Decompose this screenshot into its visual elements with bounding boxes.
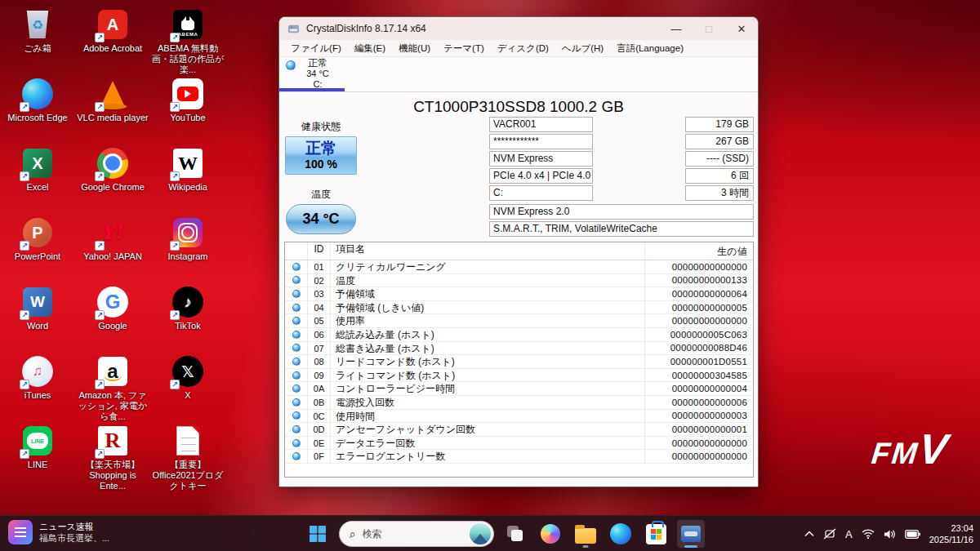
store-icon [646, 524, 666, 544]
smart-raw: 00000000000005 [645, 301, 753, 314]
desktop-icon-excel[interactable]: X↗ Excel [0, 147, 75, 216]
field-value: PCIe 4.0 x4 | PCIe 4.0 x4 [489, 168, 593, 184]
desktop-icon-chrome[interactable]: ↗ Google Chrome [75, 147, 150, 216]
desktop-icon-powerpoint[interactable]: P↗ PowerPoint [0, 216, 75, 286]
table-row[interactable]: 05使用率00000000000000 [285, 314, 753, 328]
desktop-icon-itunes[interactable]: ♫↗ iTunes [0, 355, 75, 424]
smart-id: 0A [308, 382, 331, 395]
smart-id: 0C [308, 410, 331, 423]
copilot-icon [541, 524, 560, 544]
table-row[interactable]: 0B電源投入回数00000000000006 [285, 396, 753, 410]
shortcut-arrow-icon: ↗ [95, 449, 105, 459]
field-value: 6 回 [685, 168, 754, 184]
table-row[interactable]: 06総読み込み量 (ホスト)0000000005C063 [285, 328, 753, 342]
tray-chevron-up-icon[interactable] [804, 531, 814, 537]
close-button[interactable]: ✕ [725, 17, 758, 40]
shortcut-arrow-icon: ↗ [20, 241, 29, 251]
desktop-icon-line[interactable]: LINE↗ LINE [0, 424, 75, 494]
status-orb-icon [292, 384, 301, 393]
desktop-icon-yahoo[interactable]: Y!↗ Yahoo! JAPAN [75, 216, 150, 286]
menu-edit[interactable]: 編集(E) [348, 40, 392, 56]
desktop-icon-rakuten[interactable]: R↗ 【楽天市場】Shopping is Ente... [75, 424, 150, 494]
file-explorer-button[interactable] [572, 520, 599, 548]
minimize-button[interactable]: — [660, 17, 693, 40]
table-row[interactable]: 0Dアンセーフシャットダウン回数00000000000001 [285, 423, 753, 437]
edge-taskbar-button[interactable] [607, 520, 635, 548]
desktop-icon-edge[interactable]: ↗ Microsoft Edge [0, 78, 75, 147]
menu-disk[interactable]: ディスク(D) [491, 40, 555, 56]
table-row[interactable]: 0Eデータエラー回数00000000000000 [285, 437, 753, 451]
table-row[interactable]: 03予備領域00000000000064 [285, 287, 753, 301]
smart-name: 予備領域 [331, 287, 645, 300]
status-orb-icon [292, 411, 301, 420]
ime-mode-indicator[interactable]: A [845, 528, 853, 540]
menu-theme[interactable]: テーマ(T) [437, 40, 491, 56]
desktop-icon-wikipedia[interactable]: W↗ Wikipedia [150, 147, 225, 216]
table-row[interactable]: 04予備領域 (しきい値)00000000000005 [285, 301, 753, 315]
window-titlebar[interactable]: CrystalDiskInfo 8.17.14 x64 — □ ✕ [279, 17, 758, 40]
desktop-icon-x[interactable]: 𝕏↗ X [150, 355, 225, 424]
smart-name: アンセーフシャットダウン回数 [331, 423, 645, 436]
desktop-icon-vlc[interactable]: ↗ VLC media player [75, 78, 150, 147]
icon-label: ごみ箱 [24, 43, 51, 54]
shortcut-arrow-icon: ↗ [170, 310, 180, 320]
smart-name: クリティカルワーニング [331, 260, 645, 273]
table-row[interactable]: 07総書き込み量 (ホスト)00000000088D46 [285, 342, 753, 356]
smart-name: 予備領域 (しきい値) [331, 301, 645, 314]
icon-label: Adobe Acrobat [83, 43, 142, 54]
crystaldiskinfo-icon [681, 526, 701, 542]
clock[interactable]: 23:04 2025/11/16 [929, 522, 973, 545]
search-input[interactable]: ⌕ 検索 [339, 521, 494, 547]
pen-disabled-icon[interactable] [823, 528, 836, 540]
maximize-button[interactable]: □ [693, 17, 725, 40]
table-row[interactable]: 0C使用時間00000000000003 [285, 410, 753, 424]
desktop-icon-tiktok[interactable]: ♪↗ TikTok [150, 286, 225, 355]
icon-label: ABEMA 無料動画・話題の作品が楽... [151, 43, 225, 75]
smart-id: 02 [308, 274, 331, 287]
crystaldiskinfo-taskbar-button[interactable] [677, 520, 705, 548]
menu-language[interactable]: 言語(Language) [610, 40, 690, 56]
table-row[interactable]: 08リードコマンド数 (ホスト)000000001D0551 [285, 355, 753, 369]
desktop-icon-recycle-bin[interactable]: ♻ ごみ箱 [0, 8, 75, 78]
menu-help[interactable]: ヘルプ(H) [555, 40, 610, 56]
yahoo-icon: Y! [102, 220, 123, 245]
clock-date: 2025/11/16 [929, 534, 973, 545]
table-row[interactable]: 09ライトコマンド数 (ホスト)00000000304585 [285, 369, 753, 383]
table-row[interactable]: 02温度00000000000133 [285, 274, 753, 288]
microsoft-store-button[interactable] [642, 520, 670, 548]
table-row[interactable]: 0Fエラーログエントリー数00000000000000 [285, 450, 753, 464]
drive-tab-c[interactable]: 正常 34 °C C: [284, 58, 343, 90]
desktop-icon-google[interactable]: G↗ Google [75, 286, 150, 355]
smart-name: 温度 [331, 274, 645, 287]
crystaldiskinfo-window: CrystalDiskInfo 8.17.14 x64 — □ ✕ ファイル(F… [278, 16, 759, 487]
smart-name: コントローラービジー時間 [331, 382, 645, 395]
widgets-button[interactable]: ニュース速報 福島市長選挙、... [8, 520, 109, 544]
task-view-button[interactable] [501, 520, 529, 548]
smart-raw: 0000000005C063 [645, 328, 753, 341]
tab-status: 正常 [297, 58, 338, 69]
desktop-icon-adobe-acrobat[interactable]: A↗ Adobe Acrobat [75, 8, 150, 78]
status-orb-icon [292, 290, 301, 298]
copilot-button[interactable] [537, 520, 564, 548]
icon-label: Amazon 本, ファッション, 家電から食... [76, 390, 149, 422]
desktop-icon-office-key[interactable]: 【重要】Office2021プロダクトキー [150, 424, 225, 494]
desktop-icon-amazon[interactable]: a↗ Amazon 本, ファッション, 家電から食... [75, 355, 150, 424]
desktop-icon-youtube[interactable]: ↗ YouTube [150, 78, 225, 147]
desktop-icon-abema[interactable]: ABEMA↗ ABEMA 無料動画・話題の作品が楽... [150, 8, 225, 78]
smart-raw: 00000000000000 [645, 314, 753, 327]
start-button[interactable] [304, 520, 332, 548]
speaker-icon[interactable] [884, 529, 896, 540]
field-value: NVM Express 2.0 [489, 204, 754, 220]
desktop-icon-word[interactable]: W↗ Word [0, 286, 75, 355]
document-icon [176, 426, 199, 455]
health-status-text: 正常 [305, 140, 336, 158]
table-row[interactable]: 01クリティカルワーニング00000000000000 [285, 260, 753, 274]
wifi-icon[interactable] [862, 529, 875, 539]
desktop-icon-instagram[interactable]: ↗ Instagram [150, 216, 225, 286]
table-row[interactable]: 0Aコントローラービジー時間00000000000004 [285, 382, 753, 396]
search-placeholder: 検索 [363, 527, 463, 541]
menu-function[interactable]: 機能(U) [392, 40, 437, 56]
smart-raw: 00000000000000 [645, 450, 753, 463]
menu-file[interactable]: ファイル(F) [284, 40, 348, 56]
battery-icon[interactable] [905, 530, 920, 539]
